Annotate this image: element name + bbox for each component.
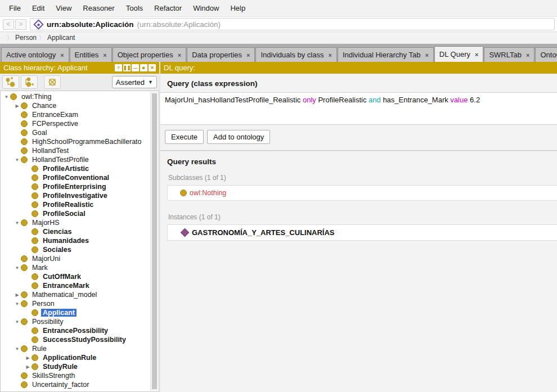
tree-item-owl:thing[interactable]: ▼owl:Thing	[1, 92, 150, 101]
tree-item-profileartistic[interactable]: ProfileArtistic	[1, 164, 150, 173]
tree-item-label: EntrancePossibility	[41, 327, 110, 335]
add-sibling-class-button[interactable]	[21, 75, 38, 89]
tree-item-label: ProfileRealistic	[41, 201, 95, 209]
tree-item-highschoolprogrammebachillerato[interactable]: HighSchoolProgrammeBachillerato	[1, 137, 150, 146]
address-bar: < > urn:absolute:Aplicación (urn:absolut…	[0, 16, 557, 32]
expanded-arrow-icon[interactable]: ▼	[14, 319, 21, 325]
collapsed-arrow-icon[interactable]: ▶	[14, 292, 21, 298]
tree-item-label: Goal	[30, 129, 48, 137]
expanded-arrow-icon[interactable]: ▼	[14, 301, 21, 307]
tab-swrltab[interactable]: SWRLTab×	[484, 47, 534, 62]
tab-label: Active ontology	[6, 51, 56, 59]
tree-item-label: SuccessStudyPossibility	[41, 336, 128, 344]
tree-item-fcperspective[interactable]: FCPerspective	[1, 119, 150, 128]
tree-item-studyrule[interactable]: ▶StudyRule	[1, 362, 150, 371]
maximize-icon[interactable]: ■	[140, 64, 147, 71]
tree-item-cutoffmark[interactable]: CutOffMark	[1, 272, 150, 281]
tree-item-sociales[interactable]: Sociales	[1, 245, 150, 254]
tab-close-icon[interactable]: ×	[475, 51, 478, 58]
instance-result-row[interactable]: GASTRONOMÍA_Y_ARTES_CULINARÍAS	[172, 228, 552, 237]
menu-item-refactor[interactable]: Refactor	[149, 2, 187, 15]
tree-item-humanidades[interactable]: Humanidades	[1, 236, 150, 245]
delete-class-button[interactable]	[44, 75, 61, 89]
add-subclass-button[interactable]	[2, 75, 19, 89]
tree-item-label: ApplicationRule	[41, 354, 98, 362]
menu-item-file[interactable]: File	[3, 2, 26, 15]
split-icon[interactable]: ❚❚	[123, 64, 131, 71]
menu-item-help[interactable]: Help	[224, 2, 251, 15]
tree-item-majorhs[interactable]: ▼MajorHS	[1, 218, 150, 227]
forward-button[interactable]: >	[15, 19, 26, 30]
tree-item-ciencias[interactable]: Ciencias	[1, 227, 150, 236]
collapsed-arrow-icon[interactable]: ▶	[24, 355, 32, 361]
tree-item-mathematical_model[interactable]: ▶Mathematical_model	[1, 290, 150, 299]
tree-item-profileinvestigative[interactable]: ProfileInvestigative	[1, 191, 150, 200]
breadcrumb-item-person[interactable]: Person	[15, 34, 37, 42]
tab-object-properties[interactable]: Object properties×	[113, 47, 186, 62]
tab-close-icon[interactable]: ×	[526, 52, 529, 58]
tree-item-skillsstrength[interactable]: SkillsStrength	[1, 371, 150, 380]
tab-close-icon[interactable]: ×	[60, 52, 64, 58]
tree-item-chance[interactable]: ▶Chance	[1, 101, 150, 110]
tree-item-mark[interactable]: ▼Mark	[1, 263, 150, 272]
tab-close-icon[interactable]: ×	[103, 52, 106, 58]
tree-item-majoruni[interactable]: MajorUni	[1, 254, 150, 263]
expanded-arrow-icon[interactable]: ▼	[14, 157, 21, 163]
tree-scrollbar[interactable]	[150, 92, 158, 391]
tree-item-profileenterprising[interactable]: ProfileEnterprising	[1, 182, 150, 191]
minimize-icon[interactable]: —	[132, 64, 139, 71]
tab-entities[interactable]: Entities×	[70, 47, 112, 62]
expanded-arrow-icon[interactable]: ▼	[14, 220, 21, 226]
tree-item-profilesocial[interactable]: ProfileSocial	[1, 209, 150, 218]
expanded-arrow-icon[interactable]: ▼	[14, 346, 21, 352]
menu-item-view[interactable]: View	[50, 2, 77, 15]
tree-item-hollandtestprofile[interactable]: ▼HollandTestProfile	[1, 155, 150, 164]
tab-data-properties[interactable]: Data properties×	[187, 47, 255, 62]
tree-item-successstudypossibility[interactable]: SuccessStudyPossibility	[1, 335, 150, 344]
tab-individuals-by-class[interactable]: Individuals by class×	[255, 47, 336, 62]
hierarchy-mode-dropdown[interactable]: Asserted ▼	[112, 76, 157, 88]
tree-item-applicant[interactable]: Applicant	[1, 308, 150, 317]
tree-item-entranceexam[interactable]: EntranceExam	[1, 110, 150, 119]
query-expression-input[interactable]: MajorUni_hasHollandTestProfile_Realistic…	[160, 92, 557, 125]
class-icon	[21, 147, 28, 154]
tree-item-applicationrule[interactable]: ▶ApplicationRule	[1, 353, 150, 362]
tree-item-profilerealistic[interactable]: ProfileRealistic	[1, 200, 150, 209]
breadcrumb-item-applicant[interactable]: Applicant	[47, 34, 75, 42]
tab-close-icon[interactable]: ×	[328, 52, 331, 58]
tree-item-entrancemark[interactable]: EntranceMark	[1, 281, 150, 290]
query-token: has_Entrance_Mark	[383, 96, 448, 104]
tree-item-uncertainty_factor[interactable]: Uncertainty_factor	[1, 380, 150, 389]
tab-close-icon[interactable]: ×	[425, 52, 428, 58]
tab-individual-hierarchy-tab[interactable]: Individual Hierarchy Tab×	[338, 47, 434, 62]
tree-item-profileconventional[interactable]: ProfileConventional	[1, 173, 150, 182]
tab-close-icon[interactable]: ×	[178, 52, 181, 58]
tree-item-goal[interactable]: Goal	[1, 128, 150, 137]
add-to-ontology-button[interactable]: Add to ontology	[207, 130, 270, 144]
tree-item-entrancepossibility[interactable]: EntrancePossibility	[1, 326, 150, 335]
subclass-result-row[interactable]: owl:Nothing	[172, 189, 552, 197]
close-icon[interactable]: ✕	[149, 64, 156, 71]
tree-item-possibility[interactable]: ▼Possibility	[1, 317, 150, 326]
tree-item-hollandtest[interactable]: HollandTest	[1, 146, 150, 155]
menu-item-edit[interactable]: Edit	[26, 2, 50, 15]
tree-item-rule[interactable]: ▼Rule	[1, 344, 150, 353]
expanded-arrow-icon[interactable]: ▼	[3, 94, 10, 100]
menu-item-reasoner[interactable]: Reasoner	[77, 2, 120, 15]
ontology-address-field[interactable]: urn:absolute:Aplicación (urn:absolute:Ap…	[30, 18, 555, 30]
tab-active-ontology[interactable]: Active ontology×	[1, 47, 69, 62]
tab-dl-query[interactable]: DL Query×	[434, 46, 484, 62]
back-button[interactable]: <	[3, 19, 14, 30]
tree-item-person[interactable]: ▼Person	[1, 299, 150, 308]
tree-scrollbar-thumb[interactable]	[152, 93, 157, 389]
expanded-arrow-icon[interactable]: ▼	[14, 265, 21, 271]
menu-item-window[interactable]: Window	[187, 2, 224, 15]
tab-ontograf[interactable]: OntoGraf×	[535, 47, 557, 62]
menu-item-tools[interactable]: Tools	[120, 2, 149, 15]
tree-item-label: ProfileEnterprising	[41, 183, 108, 191]
tab-close-icon[interactable]: ×	[246, 52, 250, 58]
execute-button[interactable]: Execute	[165, 130, 204, 144]
collapsed-arrow-icon[interactable]: ▶	[24, 364, 32, 370]
collapsed-arrow-icon[interactable]: ▶	[14, 103, 21, 109]
help-icon[interactable]: ?	[115, 64, 122, 71]
